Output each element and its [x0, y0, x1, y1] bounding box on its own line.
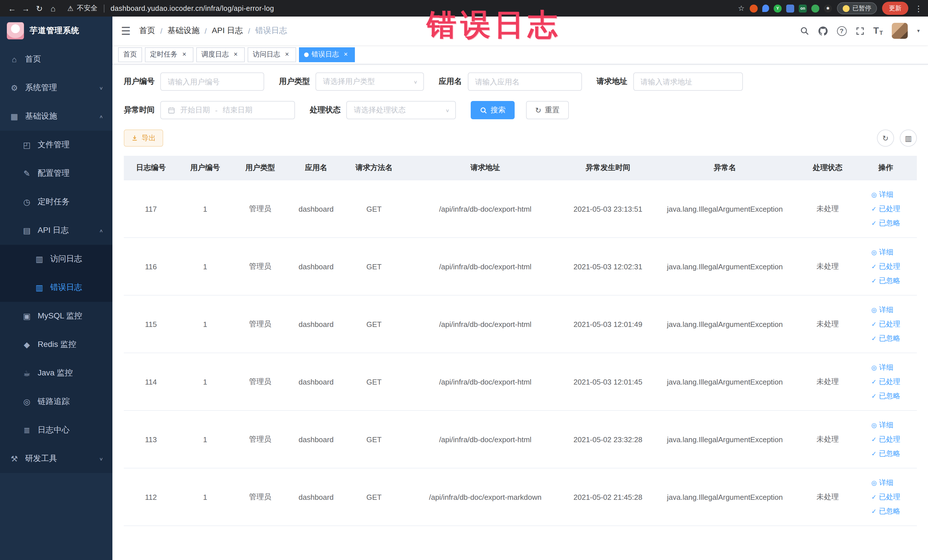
sidebar-item-home[interactable]: ⌂首页 — [0, 45, 112, 73]
sidebar-item-job[interactable]: ◷定时任务 — [0, 188, 112, 216]
sidebar-item-log-center[interactable]: ≣日志中心 — [0, 416, 112, 444]
tab-label: 访问日志 — [253, 50, 280, 60]
chrome-home-icon[interactable]: ⌂ — [47, 2, 60, 15]
ext-grid-icon[interactable] — [786, 4, 794, 12]
processed-link[interactable]: ✓已处理 — [871, 491, 900, 503]
back-icon[interactable]: ← — [6, 2, 18, 15]
sidebar-item-config[interactable]: ✎配置管理 — [0, 159, 112, 188]
close-icon[interactable]: × — [232, 50, 240, 58]
app-title: 芋道管理系统 — [30, 26, 79, 36]
cell-user_id: 1 — [178, 180, 232, 238]
ignored-link[interactable]: ✓已忽略 — [871, 505, 900, 517]
site-security[interactable]: ⚠ 不安全 — [67, 3, 98, 13]
sidebar-item-access-log[interactable]: ▥访问日志 — [0, 245, 112, 273]
ignored-label: 已忽略 — [879, 390, 901, 402]
detail-label: 详细 — [879, 362, 893, 374]
processed-link[interactable]: ✓已处理 — [871, 318, 900, 330]
ext-green-icon[interactable]: Y — [774, 4, 781, 12]
tab-access-log[interactable]: 访问日志× — [247, 47, 296, 62]
breadcrumb-item[interactable]: 首页 — [139, 26, 155, 36]
processed-link[interactable]: ✓已处理 — [871, 433, 900, 445]
processed-link[interactable]: ✓已处理 — [871, 261, 900, 272]
ignored-link[interactable]: ✓已忽略 — [871, 390, 900, 402]
table-toolbar: 导出 ↻ ▥ — [124, 130, 917, 146]
address-bar[interactable]: dashboard.yudao.iocoder.cn/infra/log/api… — [111, 4, 274, 12]
eye-icon: ◎ — [871, 304, 877, 316]
detail-link[interactable]: ◎详细 — [871, 304, 893, 316]
fullscreen-icon[interactable] — [856, 26, 864, 35]
search-button[interactable]: 搜索 — [471, 101, 514, 119]
detail-link[interactable]: ◎详细 — [871, 477, 893, 489]
caret-down-icon[interactable]: ▾ — [917, 28, 920, 34]
exception-time-label: 异常时间 — [124, 105, 155, 115]
export-button[interactable]: 导出 — [124, 130, 163, 146]
help-icon[interactable]: ? — [837, 26, 846, 36]
detail-link[interactable]: ◎详细 — [871, 419, 893, 431]
app-logo[interactable]: 芋道管理系统 — [0, 17, 112, 45]
close-icon[interactable]: × — [342, 50, 350, 58]
sidebar-item-system[interactable]: ⚙系统管理∨ — [0, 73, 112, 102]
ignored-label: 已忽略 — [879, 275, 901, 287]
ext-blue-drop-icon[interactable] — [762, 5, 769, 12]
tab-label: 错误日志 — [311, 50, 339, 60]
sidebar-item-dev-tools[interactable]: ⚒研发工具∨ — [0, 444, 112, 473]
reset-button[interactable]: ↻ 重置 — [526, 101, 569, 119]
request-url-input[interactable] — [633, 72, 743, 91]
paused-label: 已暂停 — [852, 4, 871, 12]
font-size-icon[interactable]: TT — [873, 26, 883, 36]
detail-link[interactable]: ◎详细 — [871, 362, 893, 374]
sidebar-item-error-log[interactable]: ▥错误日志 — [0, 273, 112, 302]
ignored-link[interactable]: ✓已忽略 — [871, 448, 900, 459]
close-icon[interactable]: × — [283, 50, 291, 58]
processed-link[interactable]: ✓已处理 — [871, 203, 900, 215]
sidebar-item-api-log[interactable]: ▤API 日志∧ — [0, 216, 112, 245]
cell-method: GET — [344, 410, 404, 468]
ext-orange-icon[interactable] — [750, 4, 758, 12]
update-button[interactable]: 更新 — [882, 2, 908, 15]
refresh-button[interactable]: ↻ — [877, 130, 894, 146]
paused-badge[interactable]: 已暂停 — [837, 2, 877, 14]
ext-on-icon[interactable]: on — [799, 4, 807, 12]
sidebar-item-infra[interactable]: ▦基础设施∧ — [0, 102, 112, 131]
date-range-picker[interactable]: 开始日期 - 结束日期 — [160, 101, 295, 119]
ignored-link[interactable]: ✓已忽略 — [871, 333, 900, 344]
kebab-menu-icon[interactable]: ⋮ — [914, 4, 923, 13]
detail-label: 详细 — [879, 246, 893, 258]
processed-link[interactable]: ✓已处理 — [871, 376, 900, 388]
cell-url: /api/infra/db-doc/export-html — [404, 180, 566, 238]
process-status-select[interactable]: 请选择处理状态 ∨ — [346, 101, 456, 119]
sidebar-item-java[interactable]: ☕Java 监控 — [0, 359, 112, 388]
ext-paw-icon[interactable]: ✱ — [824, 4, 832, 12]
user-avatar[interactable] — [892, 23, 908, 39]
detail-link[interactable]: ◎详细 — [871, 189, 893, 201]
detail-link[interactable]: ◎详细 — [871, 246, 893, 258]
sidebar-item-file[interactable]: ◰文件管理 — [0, 131, 112, 159]
calendar-icon — [168, 107, 175, 114]
breadcrumb-item[interactable]: 基础设施 — [168, 26, 199, 36]
sidebar-item-trace[interactable]: ◎链路追踪 — [0, 388, 112, 416]
search-icon[interactable] — [800, 26, 809, 35]
ignored-link[interactable]: ✓已忽略 — [871, 275, 900, 287]
user-id-input[interactable] — [160, 72, 264, 91]
tab-job[interactable]: 定时任务× — [145, 47, 194, 62]
user-type-select[interactable]: 请选择用户类型 ∨ — [316, 72, 424, 91]
forward-icon[interactable]: → — [20, 2, 32, 15]
github-icon[interactable] — [818, 26, 827, 36]
sidebar-item-redis[interactable]: ◆Redis 监控 — [0, 330, 112, 359]
breadcrumb-item[interactable]: API 日志 — [212, 26, 243, 36]
tab-job-log[interactable]: 调度日志× — [196, 47, 245, 62]
ext-leaf-icon[interactable] — [811, 4, 819, 12]
tab-error-log[interactable]: 错误日志× — [299, 47, 355, 62]
reload-icon[interactable]: ↻ — [33, 2, 46, 15]
sidebar-item-mysql[interactable]: ▣MySQL 监控 — [0, 302, 112, 330]
cell-exception: java.lang.IllegalArgumentException — [649, 180, 800, 238]
close-icon[interactable]: × — [180, 50, 188, 58]
ignored-link[interactable]: ✓已忽略 — [871, 217, 900, 229]
processed-label: 已处理 — [879, 318, 901, 330]
bookmark-star-icon[interactable]: ☆ — [738, 4, 745, 12]
app-name-input[interactable] — [467, 72, 582, 91]
column-settings-button[interactable]: ▥ — [900, 130, 917, 146]
hamburger-icon[interactable]: ☰ — [121, 24, 131, 37]
cell-time: 2021-05-03 12:01:49 — [566, 295, 649, 353]
tab-home[interactable]: 首页 — [118, 47, 142, 62]
